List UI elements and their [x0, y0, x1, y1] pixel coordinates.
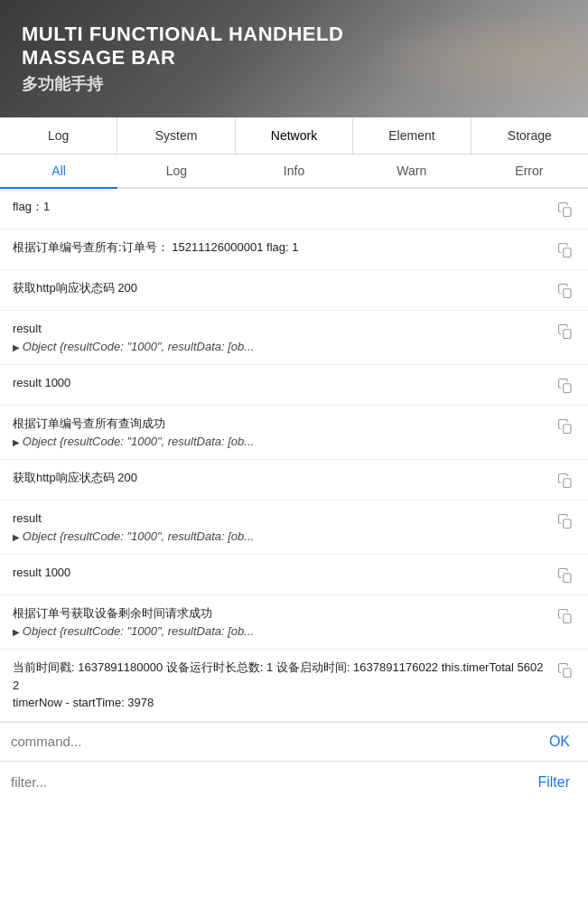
- svg-rect-6: [564, 479, 571, 488]
- svg-rect-3: [564, 330, 571, 339]
- log-entry: 获取http响应状态码 200: [0, 270, 588, 311]
- log-entry: resultObject {resultCode: "1000", result…: [0, 501, 588, 555]
- copy-icon[interactable]: [555, 322, 575, 342]
- log-entry-text: 获取http响应状态码 200: [13, 279, 555, 297]
- copy-icon[interactable]: [555, 200, 575, 220]
- hero-subtitle: 多功能手持: [22, 73, 566, 95]
- filter-button[interactable]: Filter: [530, 771, 577, 794]
- copy-icon[interactable]: [555, 417, 575, 436]
- tab-storage[interactable]: Storage: [471, 117, 588, 154]
- log-entry-text: flag：1: [13, 198, 555, 216]
- log-entry: flag：1: [0, 189, 588, 229]
- log-entry-text: 根据订单编号查所有:订单号： 15211126000001 flag: 1: [13, 239, 555, 257]
- log-entry: result 1000: [0, 365, 588, 406]
- log-entry-text: 获取http响应状态码 200: [13, 469, 555, 487]
- filter-bar: Filter: [0, 761, 588, 803]
- log-entry-sub: Object {resultCode: "1000", resultData: …: [13, 528, 546, 546]
- subtab-info[interactable]: Info: [235, 154, 352, 187]
- svg-rect-8: [564, 574, 571, 583]
- sub-tab-bar: All Log Info Warn Error: [0, 154, 588, 189]
- log-entry: 获取http响应状态码 200: [0, 460, 588, 501]
- log-entry-text: 根据订单编号查所有查询成功Object {resultCode: "1000",…: [13, 415, 555, 450]
- svg-rect-9: [564, 614, 571, 623]
- subtab-error[interactable]: Error: [471, 154, 588, 187]
- log-entry: resultObject {resultCode: "1000", result…: [0, 311, 588, 365]
- subtab-log[interactable]: Log: [117, 154, 235, 187]
- log-entry: result 1000: [0, 555, 588, 595]
- tab-system[interactable]: System: [117, 117, 235, 154]
- command-input[interactable]: [11, 734, 542, 749]
- log-entry-text: resultObject {resultCode: "1000", result…: [13, 510, 555, 545]
- hero-banner: MULTI FUNCTIONAL HANDHELDMASSAGE BAR 多功能…: [0, 0, 588, 117]
- top-tab-bar: Log System Network Element Storage: [0, 117, 588, 154]
- copy-icon[interactable]: [555, 376, 575, 396]
- svg-rect-7: [564, 520, 571, 529]
- svg-rect-4: [564, 384, 571, 393]
- log-entry-text: result 1000: [13, 564, 555, 582]
- log-entry-sub: Object {resultCode: "1000", resultData: …: [13, 338, 546, 356]
- log-entry-sub: Object {resultCode: "1000", resultData: …: [13, 433, 546, 451]
- subtab-all[interactable]: All: [0, 154, 117, 187]
- subtab-warn[interactable]: Warn: [353, 154, 471, 187]
- log-entry: 根据订单号获取设备剩余时间请求成功Object {resultCode: "10…: [0, 595, 588, 650]
- log-entry: 当前时间戳: 1637891180000 设备运行时长总数: 1 设备启动时间:…: [0, 650, 588, 722]
- svg-rect-1: [564, 248, 571, 257]
- copy-icon[interactable]: [555, 660, 575, 680]
- filter-input[interactable]: [11, 774, 530, 790]
- log-list: flag：1 根据订单编号查所有:订单号： 15211126000001 fla…: [0, 189, 588, 722]
- log-entry: 根据订单编号查所有查询成功Object {resultCode: "1000",…: [0, 406, 588, 460]
- svg-rect-0: [564, 208, 571, 217]
- log-entry-text: resultObject {resultCode: "1000", result…: [13, 320, 555, 355]
- copy-icon[interactable]: [555, 240, 575, 260]
- log-entry-sub: Object {resultCode: "1000", resultData: …: [13, 622, 546, 641]
- log-entry: 根据订单编号查所有:订单号： 15211126000001 flag: 1: [0, 229, 588, 270]
- log-entry-text: 当前时间戳: 1637891180000 设备运行时长总数: 1 设备启动时间:…: [13, 659, 555, 712]
- tab-element[interactable]: Element: [353, 117, 471, 154]
- log-entry-text: 根据订单号获取设备剩余时间请求成功Object {resultCode: "10…: [13, 604, 555, 640]
- copy-icon[interactable]: [555, 511, 575, 531]
- copy-icon[interactable]: [555, 606, 575, 626]
- svg-rect-10: [564, 669, 571, 678]
- hero-title: MULTI FUNCTIONAL HANDHELDMASSAGE BAR: [22, 23, 566, 70]
- ok-button[interactable]: OK: [542, 730, 577, 754]
- svg-rect-2: [564, 289, 571, 298]
- tab-network[interactable]: Network: [236, 117, 353, 154]
- copy-icon[interactable]: [555, 566, 575, 585]
- command-bar: OK: [0, 722, 588, 761]
- svg-rect-5: [564, 425, 571, 434]
- copy-icon[interactable]: [555, 471, 575, 491]
- log-entry-text: result 1000: [13, 374, 555, 392]
- tab-log[interactable]: Log: [0, 117, 117, 154]
- copy-icon[interactable]: [555, 281, 575, 301]
